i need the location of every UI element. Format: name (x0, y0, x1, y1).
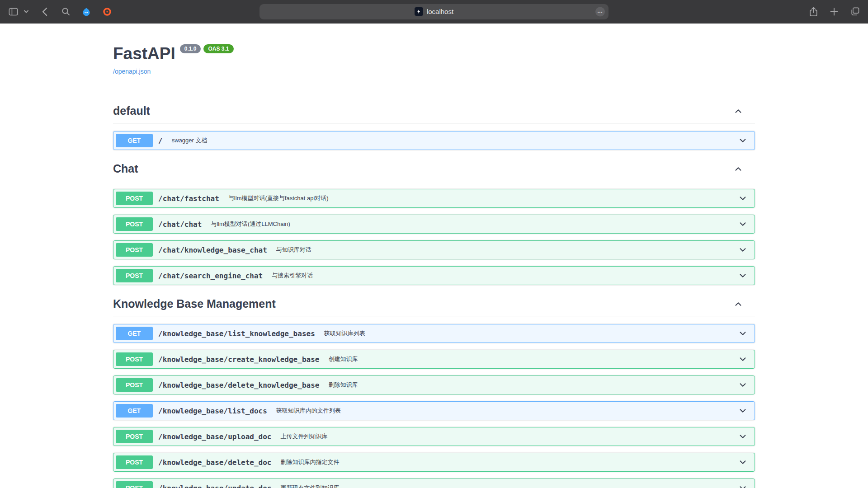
method-badge: POST (116, 269, 153, 282)
collapse-section-icon[interactable] (733, 299, 743, 309)
expand-operation-icon[interactable] (738, 219, 748, 229)
operation-summary: 与知识库对话 (272, 246, 738, 254)
expand-operation-icon[interactable] (738, 328, 748, 338)
page-menu-ellipsis-icon[interactable]: ••• (595, 7, 605, 16)
operation-row[interactable]: GET /knowledge_base/list_knowledge_bases… (113, 324, 755, 343)
operation-row[interactable]: POST /knowledge_base/delete_knowledge_ba… (113, 375, 755, 394)
tab-overview-icon[interactable] (850, 7, 860, 17)
api-title: FastAPI (113, 44, 175, 63)
tag-header-chat[interactable]: Chat (113, 157, 755, 181)
new-tab-icon[interactable] (829, 7, 839, 17)
operation-summary: 与搜索引擎对话 (267, 272, 738, 280)
collapse-section-icon[interactable] (733, 106, 743, 116)
oas-badge: OAS 3.1 (203, 44, 233, 53)
method-badge: POST (116, 430, 153, 443)
tag-section-chat: Chat POST /chat/fastchat 与llm模型对话(直接与fas… (113, 157, 755, 285)
operation-path: /chat/fastchat (153, 194, 224, 203)
method-badge: POST (116, 192, 153, 205)
operation-row[interactable]: GET / swagger 文档 (113, 131, 755, 150)
page-title: FastAPI 0.1.0 OAS 3.1 (113, 44, 755, 63)
operation-row[interactable]: POST /chat/chat 与llm模型对话(通过LLMChain) (113, 215, 755, 234)
operation-row[interactable]: POST /knowledge_base/delete_doc 删除知识库内指定… (113, 453, 755, 472)
expand-operation-icon[interactable] (738, 245, 748, 255)
operation-summary: 获取知识库列表 (320, 329, 738, 338)
operation-row[interactable]: POST /knowledge_base/create_knowledge_ba… (113, 350, 755, 369)
operation-summary: 获取知识库内的文件列表 (272, 407, 738, 415)
extension-orange-icon[interactable] (102, 7, 112, 17)
method-badge: POST (116, 217, 153, 231)
operation-path: / (153, 136, 167, 145)
expand-operation-icon[interactable] (738, 457, 748, 467)
method-badge: GET (116, 134, 153, 147)
operation-path: /knowledge_base/upload_doc (153, 432, 276, 441)
operation-row[interactable]: POST /knowledge_base/update_doc 更新现有文件到知… (113, 479, 755, 488)
swagger-page: FastAPI 0.1.0 OAS 3.1 /openapi.json defa… (104, 23, 764, 488)
expand-operation-icon[interactable] (738, 193, 748, 203)
operations-list: POST /chat/fastchat 与llm模型对话(直接与fastchat… (113, 181, 755, 285)
search-icon[interactable] (61, 7, 71, 17)
collapse-section-icon[interactable] (733, 164, 743, 174)
operation-path: /knowledge_base/list_knowledge_bases (153, 329, 320, 338)
operation-path: /chat/search_engine_chat (153, 272, 267, 280)
operation-path: /chat/knowledge_base_chat (153, 246, 272, 254)
tag-title: Knowledge Base Management (113, 297, 276, 310)
sidebar-chevron-down-icon[interactable] (24, 9, 29, 14)
back-icon[interactable] (40, 7, 50, 17)
expand-operation-icon[interactable] (738, 483, 748, 488)
operation-summary: 更新现有文件到知识库 (276, 484, 738, 488)
expand-operation-icon[interactable] (738, 406, 748, 416)
expand-operation-icon[interactable] (738, 432, 748, 441)
sidebar-toggle-icon[interactable] (8, 7, 18, 17)
tag-title: default (113, 104, 150, 117)
api-info-section: FastAPI 0.1.0 OAS 3.1 /openapi.json (113, 23, 755, 75)
extension-blue-icon[interactable] (81, 7, 91, 17)
tag-section-knowledge-base: Knowledge Base Management GET /knowledge… (113, 292, 755, 488)
operation-summary: 删除知识库内指定文件 (276, 458, 738, 466)
operation-summary: 上传文件到知识库 (276, 432, 738, 441)
operation-summary: swagger 文档 (167, 136, 738, 145)
tag-section-default: default GET / swagger 文档 (113, 99, 755, 150)
operation-row[interactable]: POST /chat/search_engine_chat 与搜索引擎对话 (113, 266, 755, 285)
operation-row[interactable]: GET /knowledge_base/list_docs 获取知识库内的文件列… (113, 401, 755, 420)
expand-operation-icon[interactable] (738, 136, 748, 145)
operation-summary: 与llm模型对话(直接与fastchat api对话) (224, 194, 738, 202)
operation-summary: 与llm模型对话(通过LLMChain) (206, 220, 738, 228)
operation-summary: 删除知识库 (324, 381, 738, 389)
operations-list: GET / swagger 文档 (113, 123, 755, 150)
url-text: localhost (427, 8, 453, 15)
method-badge: POST (116, 481, 153, 488)
tag-header-knowledge-base[interactable]: Knowledge Base Management (113, 292, 755, 316)
operation-path: /knowledge_base/delete_doc (153, 458, 276, 467)
version-badge: 0.1.0 (180, 44, 201, 53)
operation-row[interactable]: POST /knowledge_base/upload_doc 上传文件到知识库 (113, 427, 755, 446)
tag-title: Chat (113, 162, 138, 175)
operation-row[interactable]: POST /chat/knowledge_base_chat 与知识库对话 (113, 240, 755, 259)
operation-path: /knowledge_base/delete_knowledge_base (153, 381, 324, 389)
operation-summary: 创建知识库 (324, 355, 738, 363)
expand-operation-icon[interactable] (738, 271, 748, 281)
method-badge: POST (116, 243, 153, 257)
browser-toolbar: localhost ••• (0, 0, 868, 23)
operation-path: /knowledge_base/update_doc (153, 484, 276, 488)
operation-row[interactable]: POST /chat/fastchat 与llm模型对话(直接与fastchat… (113, 189, 755, 208)
operations-list: GET /knowledge_base/list_knowledge_bases… (113, 316, 755, 488)
expand-operation-icon[interactable] (738, 354, 748, 364)
operation-path: /knowledge_base/create_knowledge_base (153, 355, 324, 364)
method-badge: POST (116, 455, 153, 469)
operation-path: /knowledge_base/list_docs (153, 407, 272, 415)
site-favicon-icon (415, 7, 423, 16)
tag-header-default[interactable]: default (113, 99, 755, 123)
method-badge: POST (116, 378, 153, 392)
operation-path: /chat/chat (153, 220, 206, 229)
openapi-spec-link[interactable]: /openapi.json (113, 68, 151, 75)
share-icon[interactable] (808, 7, 818, 17)
expand-operation-icon[interactable] (738, 380, 748, 390)
method-badge: POST (116, 352, 153, 366)
method-badge: GET (116, 404, 153, 418)
tag-sections: default GET / swagger 文档 Chat (113, 99, 755, 488)
url-bar[interactable]: localhost ••• (259, 4, 609, 19)
method-badge: GET (116, 327, 153, 340)
